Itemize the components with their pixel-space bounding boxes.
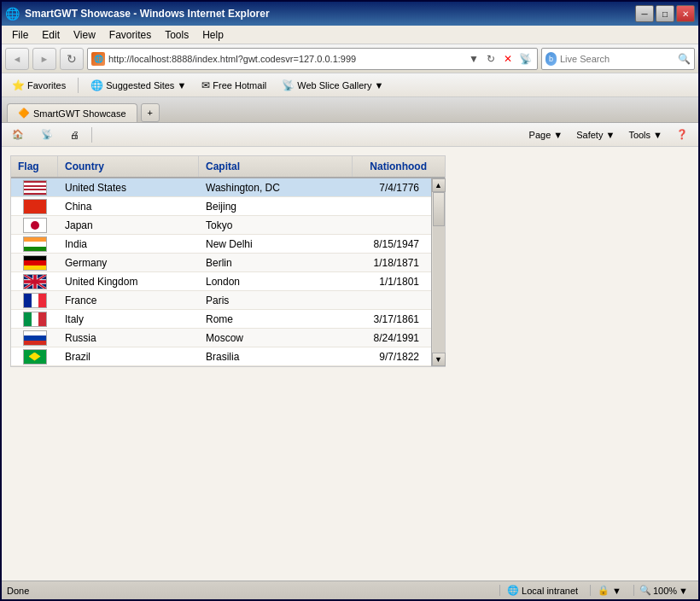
address-bar[interactable]: 🌐 ▼ ↻ ✕ 📡 [87,48,538,70]
zoom-dropdown-icon: ▼ [679,586,688,596]
browser-window: 🌐 SmartGWT Showcase - Windows Internet E… [0,0,700,601]
back-button[interactable]: ◄ [5,48,29,70]
cell-country: Germany [58,255,199,271]
cell-country: United States [58,180,199,195]
data-grid: Flag Country Capital Nationhood United S… [10,155,446,367]
cell-flag [11,180,58,195]
table-row[interactable]: Russia Moscow 8/24/1991 [11,329,431,347]
security-zone[interactable]: 🌐 Local intranet [499,585,585,596]
web-slice-gallery-label: Web Slice Gallery ▼ [297,80,383,90]
cell-flag [11,255,58,271]
header-flag[interactable]: Flag [11,156,58,177]
new-tab-button[interactable]: + [141,103,160,122]
refresh-button[interactable]: ↻ [60,48,84,70]
search-submit-icon[interactable]: 🔍 [678,53,691,65]
cell-nationhood: 8/15/1947 [353,236,426,252]
tools-button[interactable]: Tools ▼ [623,128,668,142]
cell-country: United Kingdom [58,274,199,289]
cell-nationhood [353,224,426,227]
minimize-button[interactable]: ─ [635,5,654,22]
flag-it [23,312,47,327]
header-country[interactable]: Country [58,156,199,177]
zoom-icon: 🔍 [639,585,651,596]
table-row[interactable]: Germany Berlin 1/18/1871 [11,254,431,272]
suggested-sites-button[interactable]: 🌐 Suggested Sites ▼ [85,78,191,93]
flag-us [23,180,47,195]
page-button[interactable]: Page ▼ [524,128,569,142]
safety-button[interactable]: Safety ▼ [571,128,620,142]
toolbar-separator-1 [91,127,92,143]
globe-zone-icon: 🌐 [507,585,519,596]
menu-item-view[interactable]: View [67,27,102,43]
globe-icon: 🌐 [90,79,103,91]
home-button[interactable]: 🏠 [7,127,29,142]
menu-item-tools[interactable]: Tools [158,27,195,43]
scrollbar-thumb[interactable] [433,192,445,226]
security-status[interactable]: 🔒 ▼ [590,585,628,596]
free-hotmail-label: Free Hotmail [213,80,266,90]
table-row[interactable]: China Beijing [11,197,431,216]
grid-body: United States Washington, DC 7/4/1776 Ch… [11,178,431,366]
forward-button[interactable]: ► [32,48,56,70]
print-button[interactable]: 🖨 [65,128,85,142]
header-nationhood[interactable]: Nationhood [353,156,434,177]
title-bar-left: 🌐 SmartGWT Showcase - Windows Internet E… [5,7,270,20]
tab-smartgwt[interactable]: 🔶 SmartGWT Showcase [7,103,137,122]
menu-item-edit[interactable]: Edit [35,27,67,43]
table-row[interactable]: Japan Tokyo [11,216,431,235]
nav-bar: ◄ ► ↻ 🌐 ▼ ↻ ✕ 📡 b 🔍 [2,44,698,73]
maximize-button[interactable]: □ [656,5,674,22]
go-to-address-icon[interactable]: ↻ [482,50,499,67]
cell-nationhood: 8/24/1991 [353,330,426,346]
fav-separator-1 [78,78,79,93]
table-row[interactable]: United Kingdom London 1/1/1801 [11,272,431,291]
status-text-section: Done [7,586,29,596]
lock-icon: 🔒 [598,585,610,596]
free-hotmail-button[interactable]: ✉ Free Hotmail [196,78,271,93]
star-icon: ⭐ [12,79,25,91]
menu-item-help[interactable]: Help [195,27,230,43]
header-capital[interactable]: Capital [199,156,353,177]
feed-button[interactable]: 📡 [36,127,58,142]
web-slice-gallery-button[interactable]: 📡 Web Slice Gallery ▼ [277,78,388,93]
table-row[interactable]: Brazil Brasilia 9/7/1822 [11,347,431,366]
tab-bar: 🔶 SmartGWT Showcase + [2,97,698,123]
cell-nationhood: 7/4/1776 [353,180,426,195]
menu-item-file[interactable]: File [5,27,35,43]
scroll-up-button[interactable]: ▲ [432,178,446,192]
table-row[interactable]: United States Washington, DC 7/4/1776 [11,178,431,197]
zoom-level: 100% [653,586,677,596]
close-button[interactable]: ✕ [676,5,695,22]
cell-capital: Paris [199,293,353,308]
title-bar: 🌐 SmartGWT Showcase - Windows Internet E… [2,2,698,26]
security-dropdown-icon: ▼ [612,586,621,596]
favorites-button[interactable]: ⭐ Favorites [7,78,71,93]
cell-capital: Berlin [199,255,353,271]
dropdown-arrow-icon[interactable]: ▼ [465,50,482,67]
rss-feed-icon[interactable]: 📡 [516,50,534,67]
table-row[interactable]: India New Delhi 8/15/1947 [11,235,431,254]
table-row[interactable]: Italy Rome 3/17/1861 [11,310,431,329]
flag-ru [23,330,47,346]
zoom-control[interactable]: 🔍 100% ▼ [633,585,693,596]
table-row[interactable]: France Paris [11,291,431,310]
hotmail-icon: ✉ [201,79,210,91]
browser-content: Flag Country Capital Nationhood United S… [2,147,698,581]
menu-item-favorites[interactable]: Favorites [102,27,158,43]
cell-nationhood: 1/18/1871 [353,255,426,271]
scrollbar-track[interactable] [433,192,445,353]
stop-loading-icon[interactable]: ✕ [499,50,516,67]
search-bar[interactable]: b 🔍 [541,48,695,70]
flag-cn [23,199,47,214]
help-button[interactable]: ❓ [671,127,693,142]
cell-nationhood: 1/1/1801 [353,274,426,289]
flag-in [23,236,47,252]
tab-label: SmartGWT Showcase [33,108,126,119]
cell-nationhood [353,205,426,208]
page-content: Flag Country Capital Nationhood United S… [2,147,698,581]
status-text: Done [7,586,29,596]
cell-capital: Tokyo [199,218,353,233]
scroll-down-button[interactable]: ▼ [432,353,446,366]
address-input[interactable] [108,54,465,64]
search-input[interactable] [560,54,678,64]
